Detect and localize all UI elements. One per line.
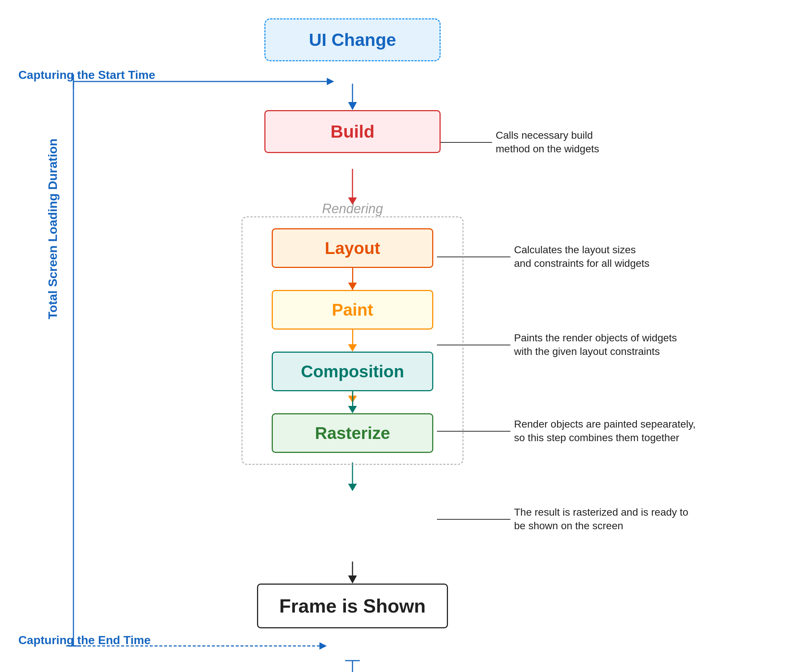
capturing-end-label: Capturing the End Time <box>19 633 150 647</box>
svg-text:and constraints for all widget: and constraints for all widgets <box>514 258 650 269</box>
capturing-start-label: Capturing the Start Time <box>19 68 155 81</box>
paint-label: Paint <box>332 300 373 319</box>
arrow-composition-rasterize <box>348 391 357 413</box>
frame-shown-box: Frame is Shown <box>257 584 448 628</box>
diagram-container: Capturing the Start Time Total Screen Lo… <box>0 0 810 672</box>
svg-marker-19 <box>348 484 357 491</box>
rendering-label: Rendering <box>322 201 383 217</box>
composition-box: Composition <box>272 352 433 391</box>
svg-text:with the given layout constrai: with the given layout constraints <box>514 346 660 357</box>
build-box: Build <box>264 110 440 153</box>
composition-label: Composition <box>301 362 404 381</box>
paint-box: Paint <box>272 290 433 330</box>
svg-text:so this step combines them tog: so this step combines them together <box>514 432 679 443</box>
svg-marker-7 <box>319 642 327 650</box>
svg-marker-21 <box>348 576 357 584</box>
total-duration-label: Total Screen Loading Duration <box>46 139 59 319</box>
layout-box: Layout <box>272 228 433 268</box>
frame-shown-label: Frame is Shown <box>279 595 426 616</box>
svg-marker-2 <box>327 78 334 85</box>
build-annotation: Calls necessary build <box>496 130 593 141</box>
layout-annotation: Calculates the layout sizes <box>514 244 636 256</box>
build-label: Build <box>331 122 375 141</box>
rasterize-label: Rasterize <box>315 424 390 443</box>
svg-marker-11 <box>348 102 357 110</box>
layout-label: Layout <box>325 239 380 258</box>
rasterize-annotation: The result is rasterized and is ready to <box>514 507 688 518</box>
svg-text:method on the widgets: method on the widgets <box>496 143 599 155</box>
arrow-layout-paint <box>348 268 357 290</box>
ui-change-label: UI Change <box>309 30 396 50</box>
rendering-container: Layout Paint Composition Rasterize <box>241 217 463 465</box>
rasterize-box: Rasterize <box>272 413 433 453</box>
arrow-paint-composition <box>348 330 357 352</box>
svg-text:be shown on the screen: be shown on the screen <box>514 520 623 531</box>
ui-change-box: UI Change <box>264 19 440 61</box>
paint-annotation: Paints the render objects of widgets <box>514 332 677 344</box>
composition-annotation: Render objects are painted sepearately, <box>514 418 695 430</box>
